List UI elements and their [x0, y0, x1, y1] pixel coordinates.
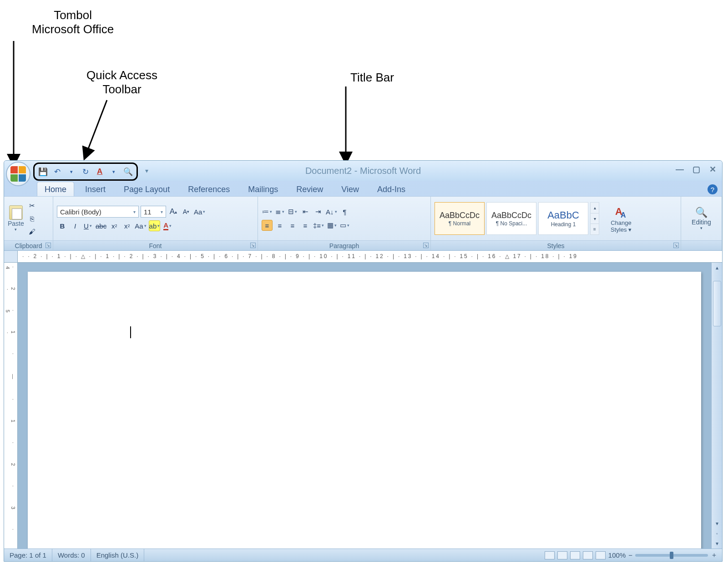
increase-indent-button[interactable]: ⇥	[313, 206, 324, 217]
maximize-button[interactable]: ▢	[691, 165, 701, 173]
scroll-up-button[interactable]: ▴	[712, 263, 723, 273]
paragraph-launcher[interactable]: ↘	[423, 243, 429, 248]
sort-button[interactable]: A↓	[325, 206, 338, 217]
underline-button[interactable]: U	[82, 220, 93, 231]
zoom-percent[interactable]: 100%	[608, 551, 626, 559]
help-button[interactable]: ?	[708, 184, 718, 194]
tab-references[interactable]: References	[181, 182, 237, 196]
status-page[interactable]: Page: 1 of 1	[4, 549, 52, 561]
tab-insert[interactable]: Insert	[78, 182, 113, 196]
zoom-thumb[interactable]	[670, 552, 673, 559]
paste-label: Paste	[8, 220, 24, 227]
multilevel-list-button[interactable]: ⊟	[287, 206, 298, 217]
align-center-button[interactable]: ≡	[274, 220, 285, 231]
clipboard-launcher[interactable]: ↘	[46, 243, 51, 248]
minimize-button[interactable]: —	[675, 165, 685, 173]
show-hide-button[interactable]: ¶	[339, 206, 350, 217]
hruler-marks: · · 2 · | · 1 · | · △ · | · 1 · | · 2 · …	[22, 253, 578, 259]
bullets-button[interactable]: ≔	[262, 206, 273, 217]
find-icon: 🔍	[695, 207, 708, 218]
group-clipboard: Paste ▾ ✂ ⎘ 🖌 Clipboard↘	[4, 197, 53, 250]
change-case-button[interactable]: Aa	[134, 220, 147, 231]
format-painter-button[interactable]: 🖌	[27, 226, 38, 237]
style-more[interactable]: ≡	[591, 224, 599, 234]
group-paragraph: ≔ ≣ ⊟ ⇤ ⇥ A↓ ¶ ≡ ≡ ≡ ≡ ‡≡ ▦	[258, 197, 431, 250]
ruler-corner[interactable]	[4, 251, 18, 263]
horizontal-ruler[interactable]: · · 2 · | · 1 · | · △ · | · 1 · | · 2 · …	[4, 251, 722, 263]
group-styles: AaBbCcDc¶ Normal AaBbCcDc¶ No Spaci... A…	[431, 197, 681, 250]
style-scroll-up[interactable]: ▴	[591, 203, 599, 213]
align-right-button[interactable]: ≡	[287, 220, 298, 231]
strikethrough-button[interactable]: abc	[95, 220, 107, 231]
view-print-layout[interactable]	[545, 551, 555, 559]
grow-font-button[interactable]: A▴	[168, 206, 179, 217]
highlight-button[interactable]: ab	[149, 220, 161, 231]
zoom-out-button[interactable]: −	[628, 551, 632, 559]
bold-button[interactable]: B	[57, 220, 68, 231]
font-launcher[interactable]: ↘	[250, 243, 256, 248]
view-draft[interactable]	[596, 551, 606, 559]
tab-page-layout[interactable]: Page Layout	[116, 182, 177, 196]
style-gallery[interactable]: AaBbCcDc¶ Normal AaBbCcDc¶ No Spaci... A…	[435, 202, 599, 235]
style-heading-1[interactable]: AaBbCHeading 1	[538, 202, 588, 235]
line-spacing-button[interactable]: ‡≡	[313, 220, 324, 231]
tab-review[interactable]: Review	[289, 182, 330, 196]
document-page[interactable]	[28, 272, 701, 562]
tab-add-ins[interactable]: Add-Ins	[370, 182, 413, 196]
tab-view[interactable]: View	[334, 182, 366, 196]
font-color-button[interactable]: A	[162, 220, 173, 231]
status-words[interactable]: Words: 0	[52, 549, 91, 561]
document-area: · 2 · 1 · — · 1 · 2 · 3 · 4 · 5 · ▴ ▾ ◦ …	[4, 263, 722, 549]
group-label-clipboard: Clipboard↘	[4, 240, 53, 250]
zoom-in-button[interactable]: ＋	[711, 551, 718, 559]
subscript-button[interactable]: x2	[109, 220, 120, 231]
align-left-button[interactable]: ≡	[262, 220, 273, 231]
status-language[interactable]: English (U.S.)	[91, 549, 145, 561]
font-size-combo[interactable]: 11▾	[141, 206, 166, 218]
title-bar[interactable]: 💾 ↶ ▾ ↻ A ▾ 🔍 ▾ Document2 - Microsoft Wo…	[4, 161, 722, 181]
svg-line-1	[84, 100, 107, 159]
view-outline[interactable]	[583, 551, 593, 559]
view-web-layout[interactable]	[570, 551, 580, 559]
borders-button[interactable]: ▭	[339, 220, 350, 231]
close-button[interactable]: ✕	[708, 165, 718, 173]
shading-button[interactable]: ▦	[326, 220, 337, 231]
change-styles-icon: AA	[613, 204, 629, 219]
style-no-spacing[interactable]: AaBbCcDc¶ No Spaci...	[486, 202, 536, 235]
scroll-down-button[interactable]: ▾	[712, 518, 723, 528]
group-label-styles: Styles↘	[431, 240, 681, 250]
zoom-slider[interactable]	[635, 554, 708, 557]
clear-formatting-button[interactable]: Aa	[193, 206, 206, 217]
editing-button[interactable]: 🔍 Editing ▾	[685, 198, 718, 239]
office-logo-icon	[10, 166, 26, 182]
group-font: Calibri (Body)▾ 11▾ A▴ A▾ Aa B I U abc x…	[53, 197, 258, 250]
italic-button[interactable]: I	[70, 220, 81, 231]
cut-button[interactable]: ✂	[27, 200, 38, 211]
superscript-button[interactable]: x2	[121, 220, 132, 231]
copy-button[interactable]: ⎘	[27, 213, 38, 224]
numbering-button[interactable]: ≣	[274, 206, 285, 217]
paste-button[interactable]: Paste ▾	[8, 205, 24, 232]
scroll-thumb[interactable]	[713, 281, 721, 326]
word-window: 💾 ↶ ▾ ↻ A ▾ 🔍 ▾ Document2 - Microsoft Wo…	[4, 160, 723, 562]
vruler-marks: · 2 · 1 · — · 1 · 2 · 3 · 4 · 5 ·	[5, 266, 16, 549]
style-scroll-down[interactable]: ▾	[591, 213, 599, 224]
next-page-button[interactable]: ▾	[712, 539, 723, 549]
vertical-ruler[interactable]: · 2 · 1 · — · 1 · 2 · 3 · 4 · 5 ·	[4, 263, 18, 549]
decrease-indent-button[interactable]: ⇤	[300, 206, 311, 217]
status-bar: Page: 1 of 1 Words: 0 English (U.S.) 100…	[4, 549, 722, 561]
office-button[interactable]	[6, 162, 30, 186]
view-full-screen[interactable]	[557, 551, 567, 559]
group-label-editing	[681, 240, 722, 250]
style-normal[interactable]: AaBbCcDc¶ Normal	[435, 202, 485, 235]
prev-page-button[interactable]: ◦	[712, 528, 723, 539]
paste-icon	[9, 205, 23, 220]
justify-button[interactable]: ≡	[300, 220, 311, 231]
tab-mailings[interactable]: Mailings	[241, 182, 285, 196]
font-name-combo[interactable]: Calibri (Body)▾	[57, 206, 139, 218]
tab-home[interactable]: Home	[37, 182, 74, 196]
vertical-scrollbar[interactable]: ▴ ▾ ◦ ▾	[711, 263, 722, 549]
change-styles-button[interactable]: AA Change Styles ▾	[603, 204, 639, 233]
shrink-font-button[interactable]: A▾	[181, 206, 192, 217]
styles-launcher[interactable]: ↘	[673, 243, 679, 248]
